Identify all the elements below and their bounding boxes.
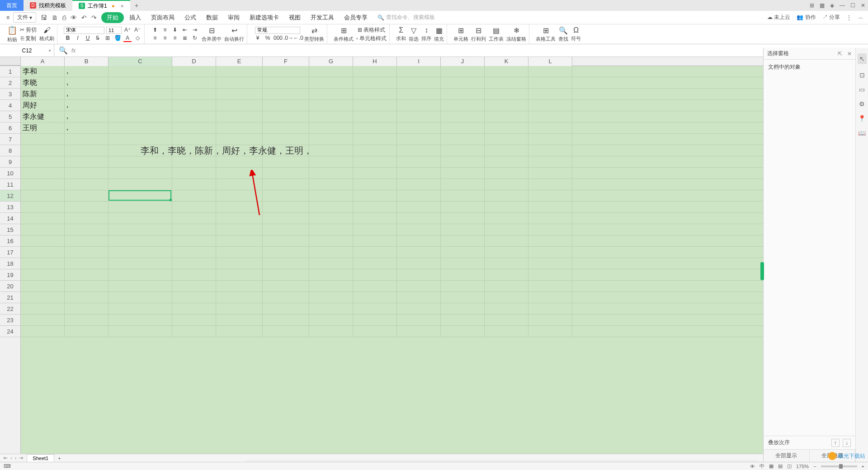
cell-G24[interactable]: [309, 326, 353, 337]
cells-button[interactable]: ⊞单元格: [453, 26, 468, 42]
cell-B18[interactable]: [65, 258, 108, 269]
cell-G1[interactable]: [309, 66, 353, 77]
cell-C22[interactable]: [108, 303, 172, 314]
increase-font-icon[interactable]: A⁺: [123, 27, 132, 34]
cell-H19[interactable]: [353, 269, 397, 280]
cell-G20[interactable]: [309, 281, 353, 291]
cell-C2[interactable]: [108, 77, 172, 88]
freeze-button[interactable]: ❄冻结窗格: [506, 26, 526, 42]
sum-button[interactable]: Σ求和: [396, 26, 406, 42]
cell-A22[interactable]: [21, 303, 65, 314]
cell-E15[interactable]: [216, 224, 263, 235]
cell-F16[interactable]: [263, 235, 309, 246]
cell-J7[interactable]: [441, 134, 485, 145]
eye-icon[interactable]: 👁: [750, 464, 755, 469]
cell-A10[interactable]: [21, 168, 65, 179]
collapse-ribbon-icon[interactable]: ︿: [858, 14, 863, 21]
cloud-status[interactable]: ☁ 未上云: [767, 14, 790, 21]
cell-I13[interactable]: [397, 202, 441, 212]
cell-E10[interactable]: [216, 168, 263, 179]
cell-D19[interactable]: [172, 269, 216, 280]
font-color-button[interactable]: A: [123, 35, 132, 42]
row-header-7[interactable]: 7: [0, 134, 20, 145]
cell-E12[interactable]: [216, 190, 263, 201]
cell-B12[interactable]: [65, 190, 108, 201]
indent-inc-icon[interactable]: ⇥: [191, 27, 199, 34]
cell-style-button[interactable]: ▫ 单元格样式: [356, 35, 387, 42]
cell-I4[interactable]: [397, 100, 441, 111]
cell-L13[interactable]: [528, 202, 572, 212]
cell-H14[interactable]: [353, 213, 397, 224]
cell-J8[interactable]: [441, 145, 485, 156]
skin-icon[interactable]: ◈: [830, 2, 834, 9]
cell-B19[interactable]: [65, 269, 108, 280]
print-icon[interactable]: ⎙: [62, 14, 66, 21]
redo-icon[interactable]: ↷: [91, 14, 97, 21]
cell-F7[interactable]: [263, 134, 309, 145]
settings-icon[interactable]: ⚙: [859, 100, 865, 108]
cell-H2[interactable]: [353, 77, 397, 88]
cell-A12[interactable]: [21, 190, 65, 201]
cell-I3[interactable]: [397, 89, 441, 99]
cell-C3[interactable]: [108, 89, 172, 99]
row-header-24[interactable]: 24: [0, 326, 20, 337]
row-header-16[interactable]: 16: [0, 235, 20, 247]
cell-I20[interactable]: [397, 281, 441, 291]
col-header-E[interactable]: E: [216, 57, 263, 66]
cells-area[interactable]: 李和,李晓,陈新,周好,李永健,王明,李和，李晓，陈新，周好，李永健，王明，: [21, 66, 763, 454]
cell-H8[interactable]: [353, 145, 397, 156]
cell-B22[interactable]: [65, 303, 108, 314]
cell-G22[interactable]: [309, 303, 353, 314]
filter-button[interactable]: ▽筛选: [409, 26, 419, 42]
merge-button[interactable]: ⊟合并居中: [202, 26, 222, 42]
sheet-first-icon[interactable]: ⇤: [4, 455, 8, 461]
cell-D18[interactable]: [172, 258, 216, 269]
fill-color-button[interactable]: 🪣: [113, 35, 122, 42]
cell-F17[interactable]: [263, 247, 309, 258]
cell-H24[interactable]: [353, 326, 397, 337]
cell-A2[interactable]: 李晓: [21, 77, 65, 88]
row-header-2[interactable]: 2: [0, 77, 20, 89]
close-pane-icon[interactable]: ✕: [847, 51, 852, 57]
apps-icon[interactable]: ▦: [820, 2, 825, 9]
cell-D7[interactable]: [172, 134, 216, 145]
cell-J14[interactable]: [441, 213, 485, 224]
align-left-icon[interactable]: ≡: [151, 35, 159, 42]
cell-J3[interactable]: [441, 89, 485, 99]
cell-D9[interactable]: [172, 156, 216, 167]
align-right-icon[interactable]: ≡: [171, 35, 179, 42]
comma-icon[interactable]: 000: [274, 35, 282, 42]
percent-icon[interactable]: %: [264, 35, 272, 42]
orientation-icon[interactable]: ↻: [191, 35, 199, 42]
cell-G23[interactable]: [309, 315, 353, 325]
row-col-button[interactable]: ⊟行和列: [471, 26, 486, 42]
col-header-G[interactable]: G: [309, 57, 353, 66]
worksheet-button[interactable]: ▤工作表: [489, 26, 504, 42]
cell-J13[interactable]: [441, 202, 485, 212]
cell-D2[interactable]: [172, 77, 216, 88]
row-header-6[interactable]: 6: [0, 122, 20, 134]
pointer-icon[interactable]: ↖: [858, 53, 867, 64]
cell-F24[interactable]: [263, 326, 309, 337]
cell-L17[interactable]: [528, 247, 572, 258]
cell-D23[interactable]: [172, 315, 216, 325]
cell-D21[interactable]: [172, 292, 216, 303]
cell-D20[interactable]: [172, 281, 216, 291]
cell-D1[interactable]: [172, 66, 216, 77]
cell-H5[interactable]: [353, 111, 397, 122]
cell-C10[interactable]: [108, 168, 172, 179]
cell-B11[interactable]: [65, 179, 108, 190]
cell-B1[interactable]: ,: [65, 66, 108, 77]
save-as-icon[interactable]: 🗎: [52, 14, 58, 21]
cell-G18[interactable]: [309, 258, 353, 269]
row-header-8[interactable]: 8: [0, 145, 20, 156]
view-page-icon[interactable]: ▤: [778, 463, 783, 469]
cell-D10[interactable]: [172, 168, 216, 179]
cell-J2[interactable]: [441, 77, 485, 88]
cell-B8[interactable]: [65, 145, 108, 156]
cell-B14[interactable]: [65, 213, 108, 224]
cell-C9[interactable]: [108, 156, 172, 167]
cell-G9[interactable]: [309, 156, 353, 167]
cell-G16[interactable]: [309, 235, 353, 246]
cell-A7[interactable]: [21, 134, 65, 145]
